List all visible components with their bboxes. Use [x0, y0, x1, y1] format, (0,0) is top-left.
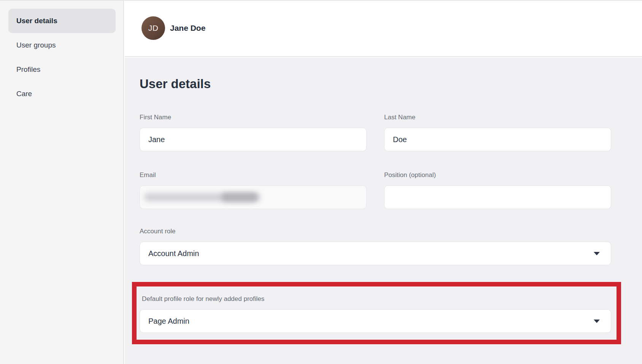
settings-sidebar: User details User groups Profiles Care: [0, 0, 124, 364]
last-name-input[interactable]: [384, 128, 611, 151]
sidebar-item-label: User details: [16, 17, 57, 25]
position-group: Position (optional): [384, 171, 611, 209]
user-name: Jane Doe: [170, 24, 205, 33]
first-name-input[interactable]: [140, 128, 367, 151]
sidebar-item-label: User groups: [16, 41, 56, 49]
chevron-down-icon: [594, 320, 600, 323]
email-group: Email: [140, 171, 367, 209]
first-name-group: First Name: [140, 113, 367, 151]
last-name-label: Last Name: [384, 113, 611, 122]
sidebar-item-label: Profiles: [16, 65, 40, 74]
account-role-group: Account role Account Admin: [140, 227, 611, 265]
user-details-panel: User details First Name Last Name Email …: [125, 58, 642, 364]
sidebar-item-user-groups[interactable]: User groups: [8, 33, 116, 57]
email-label: Email: [140, 171, 367, 179]
user-details-form: First Name Last Name Email Position (opt…: [140, 91, 611, 344]
account-role-select[interactable]: Account Admin: [140, 242, 611, 265]
user-header: JD Jane Doe: [125, 0, 642, 57]
sidebar-item-profiles[interactable]: Profiles: [8, 57, 116, 82]
email-field-wrapper: [140, 185, 367, 209]
email-input[interactable]: [140, 185, 367, 209]
default-profile-role-label: Default profile role for newly added pro…: [142, 295, 611, 303]
sidebar-item-label: Care: [16, 90, 32, 98]
account-role-value: Account Admin: [148, 249, 199, 258]
default-profile-role-value: Page Admin: [148, 317, 189, 326]
position-input[interactable]: [384, 185, 611, 209]
position-label: Position (optional): [384, 171, 611, 179]
chevron-down-icon: [594, 252, 600, 255]
account-role-label: Account role: [140, 227, 611, 236]
first-name-label: First Name: [140, 113, 367, 122]
avatar: JD: [141, 16, 165, 40]
highlight-annotation-box: Default profile role for newly added pro…: [132, 282, 621, 344]
avatar-initials: JD: [148, 24, 159, 33]
page-title: User details: [140, 77, 611, 91]
sidebar-item-care[interactable]: Care: [8, 82, 116, 106]
default-profile-role-select[interactable]: Page Admin: [140, 309, 611, 333]
sidebar-item-user-details[interactable]: User details: [8, 9, 116, 33]
page-top-divider: [0, 0, 642, 1]
last-name-group: Last Name: [384, 113, 611, 151]
